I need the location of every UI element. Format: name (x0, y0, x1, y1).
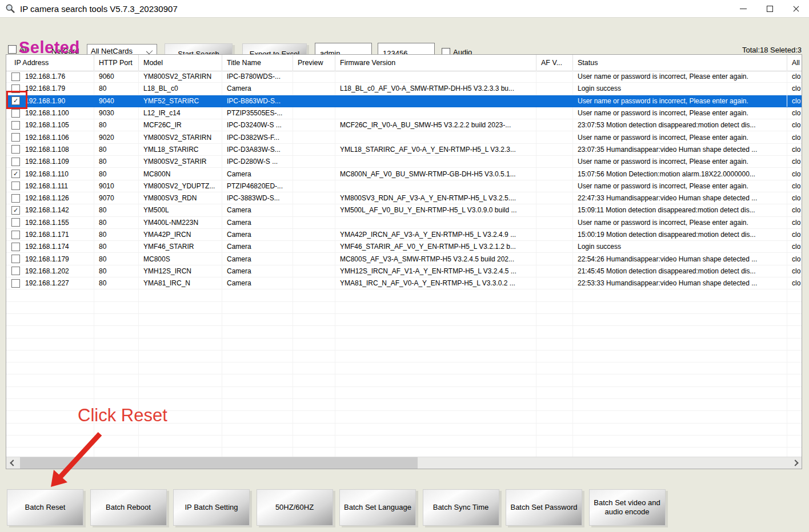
batch-set-av-button[interactable]: Batch Set video and audio encode (589, 489, 666, 526)
cell-title (222, 302, 293, 313)
table-row[interactable]: ✓192.168.1.11080MC800NCameraMC800N_AF_V0… (6, 168, 802, 180)
table-row[interactable]: 192.168.1.10880YML18_STARIRCIPC-D3A83W-S… (6, 144, 802, 156)
scroll-right-button[interactable] (788, 457, 802, 469)
cell-ip: 192.168.1.155 (6, 217, 94, 228)
batch-sync-time-button[interactable]: Batch Sync Time (423, 489, 499, 526)
row-checkbox[interactable] (11, 121, 20, 130)
batch-reset-button[interactable]: Batch Reset (7, 489, 83, 526)
cell-af (536, 229, 573, 240)
row-checkbox[interactable] (11, 133, 20, 142)
scroll-left-button[interactable] (6, 457, 19, 469)
cell-title: Camera (222, 229, 293, 240)
cell-fw (335, 131, 536, 143)
table-row[interactable]: 192.168.1.17180YMA42P_IRCNCameraYMA42P_I… (6, 229, 802, 241)
cell-all (787, 411, 802, 422)
batch-set-language-button[interactable]: Batch Set Language (339, 489, 416, 526)
row-checkbox[interactable] (11, 231, 20, 239)
cell-ip: 192.168.1.106 (6, 131, 94, 143)
col-preview[interactable]: Preview (293, 55, 335, 71)
cell-status (573, 302, 787, 313)
row-checkbox[interactable] (11, 145, 20, 154)
empty-row (6, 448, 802, 457)
table-row[interactable]: 192.168.1.17980MC800SCameraMC800S_AF_V3-… (6, 253, 802, 265)
select-all-checkbox[interactable] (8, 45, 17, 54)
scrollbar-thumb[interactable] (20, 457, 418, 469)
col-af-version[interactable]: AF V... (536, 55, 573, 71)
table-row[interactable]: 192.168.1.1269070YM800SV3_RDNIPC-3883WD-… (6, 192, 802, 204)
cell-title: IPC-D280W-S ... (222, 156, 293, 167)
col-title-name[interactable]: Title Name (222, 55, 293, 71)
row-checkbox[interactable] (11, 267, 20, 275)
cell-af (536, 448, 573, 457)
cell-ip (6, 338, 94, 350)
cell-ip: 192.168.1.171 (6, 229, 94, 240)
row-checkbox[interactable] (11, 84, 20, 93)
cell-af (536, 302, 573, 313)
row-checkbox[interactable] (11, 243, 20, 251)
cell-ip: 192.168.1.79 (6, 83, 94, 94)
table-row[interactable]: 192.168.1.1069020YM800SV2_STARIRNIPC-D38… (6, 131, 802, 143)
row-checkbox[interactable] (11, 158, 20, 166)
table-row[interactable]: 192.168.1.1009030L12_IR_c14PTZIP35505ES-… (6, 107, 802, 119)
cell-af (536, 241, 573, 252)
cell-fw (335, 399, 536, 410)
table-row[interactable]: 192.168.1.10980YM800SV2_STARIRIPC-D280W-… (6, 156, 802, 168)
cell-all (787, 302, 802, 313)
row-checkbox[interactable] (11, 109, 20, 118)
col-ip-address[interactable]: IP Address (6, 55, 94, 71)
horizontal-scrollbar[interactable] (6, 457, 802, 469)
col-http-port[interactable]: HTTP Port (94, 55, 139, 71)
cell-fw (335, 362, 536, 374)
table-row[interactable]: ✓192.168.1.14280YM500LCameraYM500L_AF_V0… (6, 204, 802, 216)
table-row[interactable]: ✓192.168.1.909040YMF52_STARIRCIPC-B863WD… (6, 95, 802, 107)
cell-port: 9030 (94, 107, 139, 119)
minimize-button[interactable] (730, 0, 756, 17)
row-checkbox[interactable] (11, 194, 20, 203)
ip-batch-setting-button[interactable]: IP Batch Setting (173, 489, 250, 526)
row-checkbox[interactable] (11, 218, 20, 227)
row-checkbox[interactable] (11, 279, 20, 288)
table-row[interactable]: 192.168.1.1119010YM800SV2_YDUPTZ...PTZIP… (6, 180, 802, 192)
close-button[interactable] (783, 0, 809, 17)
row-checkbox[interactable]: ✓ (11, 206, 20, 215)
row-checkbox[interactable] (11, 72, 20, 81)
batch-set-password-button[interactable]: Batch Set Password (506, 489, 582, 526)
row-checkbox[interactable] (11, 182, 20, 190)
cell-title: PTZIP46820ED-... (222, 180, 293, 192)
cell-preview (293, 326, 335, 337)
cell-fw: MC800S_AF_V3-A_SMW-RTMP-H5 V3.2.4.5 buil… (335, 253, 536, 264)
cell-model: YMA42P_IRCN (139, 229, 222, 240)
table-row[interactable]: 192.168.1.22780YMA81_IRC_NCameraYMA81_IR… (6, 277, 802, 289)
cell-preview (293, 229, 335, 240)
cell-title: IPC-3883WD-S... (222, 192, 293, 204)
col-status[interactable]: Status (573, 55, 787, 71)
cell-af (536, 180, 573, 192)
cell-all: clo (787, 265, 802, 277)
row-checkbox[interactable] (11, 255, 20, 263)
table-row[interactable]: 192.168.1.17480YMF46_STARIRCameraYMF46_S… (6, 241, 802, 253)
cell-preview (293, 350, 335, 362)
table-row[interactable]: 192.168.1.15580YM400L-NM223NCameraUser n… (6, 217, 802, 229)
row-checkbox[interactable]: ✓ (11, 96, 20, 105)
cell-preview (293, 241, 335, 252)
cell-title: Camera (222, 253, 293, 264)
hz-toggle-button[interactable]: 50HZ/60HZ (257, 489, 333, 526)
col-all[interactable]: All (787, 55, 802, 71)
cell-preview (293, 131, 335, 143)
cell-model (139, 399, 222, 410)
cell-model: YM800SV3_RDN (139, 192, 222, 204)
cell-all (787, 374, 802, 386)
col-firmware[interactable]: Firmware Version (335, 55, 536, 71)
table-row[interactable]: 192.168.1.10580MCF26C_IRIPC-D3240W-S ...… (6, 119, 802, 131)
col-model[interactable]: Model (139, 55, 222, 71)
cell-all: clo (787, 204, 802, 216)
row-checkbox[interactable]: ✓ (11, 170, 20, 178)
table-row[interactable]: 192.168.1.769060YM800SV2_STARIRNIPC-B780… (6, 71, 802, 83)
table-row[interactable]: 192.168.1.7980L18_BL_c0CameraL18_BL_c0_A… (6, 83, 802, 95)
cell-preview (293, 289, 335, 301)
empty-row (6, 350, 802, 362)
maximize-button[interactable] (756, 0, 783, 17)
table-row[interactable]: 192.168.1.20280YMH12S_IRCNCameraYMH12S_I… (6, 265, 802, 277)
batch-reboot-button[interactable]: Batch Reboot (90, 489, 167, 526)
cell-ip: 192.168.1.126 (6, 192, 94, 204)
